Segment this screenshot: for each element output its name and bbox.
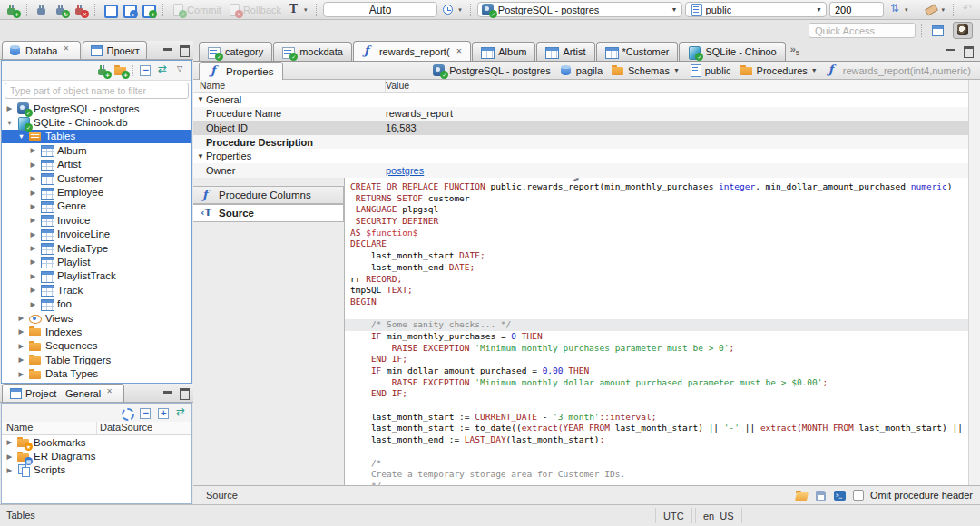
disconnect-button[interactable]: ✕ xyxy=(72,3,88,16)
dropdown-caret-icon[interactable]: ▼ xyxy=(811,67,818,73)
property-row-object-id[interactable]: Object ID16,583 xyxy=(193,121,968,135)
transactions-button[interactable]: ▾ xyxy=(440,3,464,16)
collapse-all-icon[interactable] xyxy=(139,407,152,419)
group-caret-icon[interactable]: ▼ xyxy=(197,152,206,161)
tree-item-mediatype[interactable]: ▶MediaType xyxy=(2,241,191,255)
twistie-icon[interactable]: ▶ xyxy=(29,174,37,182)
breadcrumb-pagila[interactable]: pagila xyxy=(560,64,603,76)
twistie-icon[interactable]: ▶ xyxy=(29,146,37,154)
editor-tab-sqlite-chinoo[interactable]: ✓SQLite - Chinoo xyxy=(679,42,785,61)
twistie-icon[interactable]: ▶ xyxy=(5,466,14,474)
tree-item-employee[interactable]: ▶Employee xyxy=(2,185,191,199)
close-icon[interactable] xyxy=(61,44,74,56)
editor-tab-artist[interactable]: Artist xyxy=(536,42,594,61)
group-caret-icon[interactable]: ▼ xyxy=(197,95,206,103)
twistie-icon[interactable]: ▶ xyxy=(5,453,14,461)
twistie-icon[interactable]: ▶ xyxy=(29,161,37,169)
tree-item-playlisttrack[interactable]: ▶PlaylistTrack xyxy=(2,269,191,283)
rollback-button[interactable]: ✕Rollback xyxy=(226,3,283,16)
breadcrumb-postgresql-postgres[interactable]: ✓PostgreSQL - postgres xyxy=(433,64,550,76)
property-row-owner[interactable]: Ownerpostgres xyxy=(193,163,968,178)
grid-column-value[interactable]: Value xyxy=(386,80,409,92)
breadcrumb-public[interactable]: public xyxy=(689,64,731,76)
timezone-indicator[interactable]: UTC xyxy=(655,508,692,523)
active-schema-combo[interactable]: public▼ xyxy=(685,2,827,17)
dbeaver-perspective-button[interactable] xyxy=(953,22,973,39)
maximize-icon[interactable] xyxy=(962,45,975,57)
twistie-icon[interactable]: ▶ xyxy=(29,244,37,252)
twistie-icon[interactable]: ▼ xyxy=(5,119,14,127)
commit-mode-combo[interactable]: Auto xyxy=(323,2,438,17)
tree-item-artist[interactable]: ▶Artist xyxy=(2,158,191,171)
property-row-procedure-description[interactable]: Procedure Description xyxy=(193,135,968,150)
dropdown-caret-icon[interactable]: ▼ xyxy=(673,67,680,73)
tree-item-tables[interactable]: ▼Tables xyxy=(2,130,191,143)
close-icon[interactable]: ✕ xyxy=(456,47,463,55)
twistie-icon[interactable]: ▶ xyxy=(17,370,25,378)
collapse-all-icon[interactable] xyxy=(139,64,152,76)
editor-tab-album[interactable]: Album xyxy=(472,42,535,61)
twistie-icon[interactable]: ▼ xyxy=(17,132,25,141)
breadcrumb-procedures[interactable]: Procedures▼ xyxy=(740,64,818,76)
tree-item-sqlite-chinook-db[interactable]: ▼✓SQLite - Chinook.db xyxy=(2,115,191,129)
maximize-icon[interactable] xyxy=(178,44,191,56)
sql-source[interactable]: CREATE OR REPLACE FUNCTION public.reward… xyxy=(350,181,968,485)
twistie-icon[interactable]: ▶ xyxy=(5,104,14,112)
column-name[interactable]: Name xyxy=(2,422,97,434)
link-with-editor-icon[interactable] xyxy=(157,64,170,76)
minimize-icon[interactable] xyxy=(162,44,174,56)
twistie-icon[interactable]: ▶ xyxy=(17,342,25,350)
side-tab-source[interactable]: Source xyxy=(193,204,344,222)
maximize-icon[interactable] xyxy=(178,387,191,399)
twistie-icon[interactable]: ▶ xyxy=(29,286,37,294)
tree-item-indexes[interactable]: ▶Indexes xyxy=(2,325,191,338)
twistie-icon[interactable]: ▶ xyxy=(29,202,37,210)
twistie-icon[interactable]: ▶ xyxy=(29,272,37,280)
tab-project-general[interactable]: Project - General xyxy=(2,384,124,402)
twistie-icon[interactable]: ▶ xyxy=(17,356,25,364)
commit-button[interactable]: ✓Commit xyxy=(170,3,223,16)
tree-item-invoice[interactable]: ▶Invoice xyxy=(2,213,191,227)
recent-sql-editor-button[interactable]: ▸ xyxy=(121,3,137,16)
transaction-log-button[interactable]: ▾ xyxy=(286,3,309,16)
twistie-icon[interactable]: ▶ xyxy=(17,327,25,336)
reconnect-button[interactable]: ↻ xyxy=(53,3,69,16)
locale-indicator[interactable]: en_US xyxy=(695,508,742,523)
twistie-icon[interactable]: ▶ xyxy=(5,438,14,446)
fetch-size-input[interactable] xyxy=(829,2,884,17)
new-connection-icon[interactable]: + xyxy=(96,64,109,76)
editor-tab-mockdata[interactable]: ✓mockdata xyxy=(273,42,352,61)
twistie-icon[interactable]: ▶ xyxy=(29,216,37,224)
link-with-editor-icon[interactable] xyxy=(175,407,188,419)
tree-item-playlist[interactable]: ▶Playlist xyxy=(2,255,191,268)
view-menu-icon[interactable] xyxy=(175,64,188,76)
tab-overflow-button[interactable]: »5 xyxy=(790,44,800,57)
twistie-icon[interactable]: ▶ xyxy=(29,258,37,266)
project-item-bookmarks[interactable]: ▶★Bookmarks xyxy=(2,435,191,449)
tree-item-genre[interactable]: ▶Genre xyxy=(2,200,191,213)
twistie-icon[interactable]: ▶ xyxy=(17,314,25,322)
grid-column-name[interactable]: Name xyxy=(193,80,386,92)
undo-button[interactable] xyxy=(960,3,976,16)
omit-procedure-header-checkbox[interactable] xyxy=(853,490,864,501)
twistie-icon[interactable]: ▶ xyxy=(29,300,37,308)
property-row-properties[interactable]: ▼Properties xyxy=(193,149,968,163)
sql-editor-button[interactable] xyxy=(102,3,118,16)
project-item-er-diagrams[interactable]: ▶▦ER Diagrams xyxy=(2,449,191,463)
tree-item-track[interactable]: ▶Track xyxy=(2,283,191,297)
tree-item-table-triggers[interactable]: ▶Table Triggers xyxy=(2,353,191,366)
open-in-console-icon[interactable] xyxy=(834,490,847,502)
save-icon[interactable] xyxy=(815,490,828,502)
property-row-procedure-name[interactable]: Procedure Namerewards_report xyxy=(193,107,968,122)
connect-button[interactable] xyxy=(34,3,50,16)
side-tab-procedure-columns[interactable]: Procedure Columns xyxy=(193,186,344,204)
property-row-general[interactable]: ▼General xyxy=(193,93,968,107)
new-sql-editor-button[interactable]: + xyxy=(140,3,156,16)
tree-item-views[interactable]: ▶Views xyxy=(2,311,191,325)
navigator-filter-input[interactable] xyxy=(5,83,189,99)
settings-icon[interactable] xyxy=(121,407,133,419)
breadcrumb-rewards-report-int4-numeric[interactable]: rewards_report(int4,numeric) xyxy=(827,64,971,76)
tree-item-sequences[interactable]: ▶Sequences xyxy=(2,339,191,353)
twistie-icon[interactable]: ▶ xyxy=(29,230,37,239)
twistie-icon[interactable]: ▶ xyxy=(29,189,37,197)
